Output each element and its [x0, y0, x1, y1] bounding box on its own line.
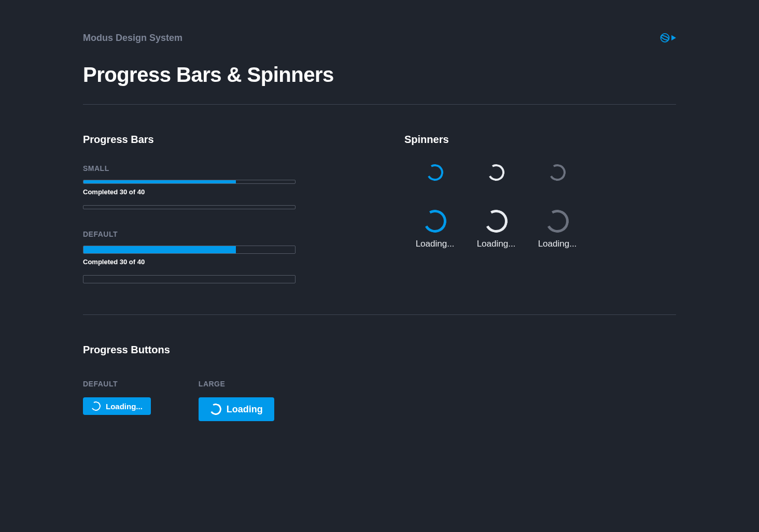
progress-buttons-heading: Progress Buttons — [83, 344, 676, 356]
progress-button-default-col: DEFAULT Loading... — [83, 375, 151, 421]
spinner-icon — [486, 162, 506, 182]
progress-bar-small-caption: Completed 30 of 40 — [83, 188, 296, 196]
spinner-cell: Loading... — [477, 210, 516, 249]
page-root: Modus Design System Progress Bars & Spin… — [0, 0, 759, 463]
spinner-cell — [549, 164, 566, 181]
spinner-label: Loading... — [538, 239, 577, 249]
progress-bars-heading: Progress Bars — [83, 134, 296, 146]
top-two-column: Progress Bars SMALL Completed 30 of 40 D… — [83, 134, 676, 304]
spinner-icon — [421, 207, 449, 235]
progress-bar-small-empty[interactable] — [83, 205, 296, 209]
trimble-logo-icon — [658, 31, 676, 45]
spinner-icon — [482, 207, 510, 235]
spinners-heading: Spinners — [404, 134, 588, 146]
progress-button-large-label: LARGE — [199, 380, 274, 388]
progress-bar-default-label: DEFAULT — [83, 230, 296, 238]
spinner-icon — [90, 400, 102, 412]
progress-bar-default-fill — [83, 246, 236, 253]
page-title: Progress Bars & Spinners — [83, 63, 676, 87]
loading-button-large-text: Loading — [227, 404, 263, 415]
spinner-label: Loading... — [477, 239, 516, 249]
spinner-cell: Loading... — [416, 210, 455, 249]
progress-bar-group-default: DEFAULT Completed 30 of 40 — [83, 230, 296, 283]
spinners-column: Spinners Loading...Loading...Loading... — [404, 134, 588, 304]
progress-bar-default-caption: Completed 30 of 40 — [83, 258, 296, 266]
loading-button-default[interactable]: Loading... — [83, 397, 151, 415]
loading-button-large[interactable]: Loading — [199, 397, 274, 421]
progress-buttons-row: DEFAULT Loading... LARGE Loading — [83, 375, 676, 421]
loading-button-default-text: Loading... — [106, 402, 143, 411]
spinner-cell — [488, 164, 504, 181]
spinner-icon — [543, 207, 571, 235]
progress-bars-column: Progress Bars SMALL Completed 30 of 40 D… — [83, 134, 296, 304]
header-row: Modus Design System — [83, 31, 676, 45]
progress-bar-default[interactable] — [83, 246, 296, 254]
progress-bar-small-fill — [83, 180, 236, 183]
spinner-icon — [208, 402, 222, 416]
spinner-label: Loading... — [416, 239, 455, 249]
spinner-cell: Loading... — [538, 210, 577, 249]
progress-bar-group-small: SMALL Completed 30 of 40 — [83, 164, 296, 209]
progress-bar-small-label: SMALL — [83, 164, 296, 172]
progress-button-large-col: LARGE Loading — [199, 375, 274, 421]
brand-label: Modus Design System — [83, 33, 182, 44]
progress-button-default-label: DEFAULT — [83, 380, 151, 388]
progress-buttons-section: Progress Buttons DEFAULT Loading... LARG… — [83, 344, 676, 421]
spinner-icon — [547, 162, 567, 182]
divider — [83, 314, 676, 315]
svg-marker-2 — [671, 35, 676, 41]
spinner-cell — [427, 164, 443, 181]
spinner-grid: Loading...Loading...Loading... — [404, 164, 588, 249]
spinner-icon — [425, 162, 445, 182]
progress-bar-small[interactable] — [83, 180, 296, 184]
divider — [83, 104, 676, 105]
progress-bar-default-empty[interactable] — [83, 275, 296, 283]
